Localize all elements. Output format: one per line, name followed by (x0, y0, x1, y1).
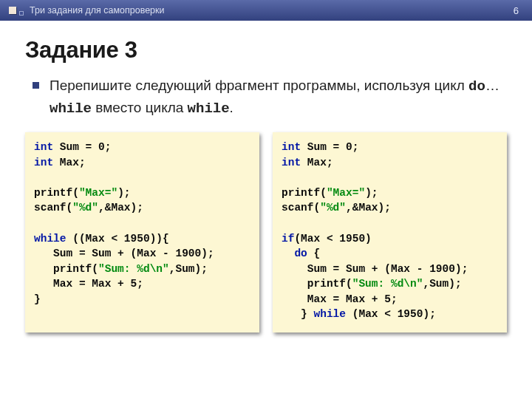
code-token: printf( (282, 278, 352, 290)
code-token: ,&Max); (346, 202, 391, 214)
code-token: "Sum: %d\n" (352, 278, 423, 290)
code-token: } (282, 308, 314, 320)
code-token: (Max < 1950) (294, 233, 371, 245)
task-text-part: Перепишите следующий фрагмент программы,… (50, 78, 468, 93)
code-token: "Max=" (79, 187, 117, 199)
code-token: scanf( (34, 202, 72, 214)
code-token: int (34, 157, 53, 168)
task-paragraph: Перепишите следующий фрагмент программы,… (33, 75, 504, 119)
code-token: ); (365, 187, 378, 199)
code-token: Sum = Sum + (Max - 1900); (282, 263, 468, 275)
code-token: scanf( (282, 202, 320, 214)
code-token: printf( (282, 187, 327, 199)
code-token: "Sum: %d\n" (98, 263, 169, 275)
code-token (282, 248, 294, 259)
code-token: ,&Max); (98, 202, 143, 214)
code-token: int (34, 141, 53, 153)
code-token: Max; (301, 157, 333, 168)
header-left: Три задания для самопроверки (9, 5, 514, 16)
bullet-icon (33, 82, 39, 89)
code-token: ,Sum); (169, 263, 208, 275)
code-token: { (307, 248, 320, 259)
code-token: do (294, 248, 307, 259)
task-text: Перепишите следующий фрагмент программы,… (50, 75, 504, 119)
page-number: 6 (514, 5, 523, 16)
code-token: Max; (53, 157, 86, 168)
slide-content: Задание 3 Перепишите следующий фрагмент … (0, 21, 532, 332)
code-token: printf( (34, 187, 79, 199)
code-token: ((Max < 1950)){ (66, 233, 169, 245)
code-token: ,Sum); (423, 278, 461, 290)
code-columns: int Sum = 0; int Max; printf("Max="); sc… (24, 132, 508, 332)
code-token: if (282, 233, 294, 245)
breadcrumb: Три задания для самопроверки (30, 5, 165, 16)
code-block-dowhile: int Sum = 0; int Max; printf("Max="); sc… (273, 132, 507, 332)
code-token: int (282, 141, 301, 153)
header-bullet-icon (9, 7, 16, 14)
code-token: "%d" (320, 202, 346, 214)
code-token: (Max < 1950); (346, 308, 436, 320)
code-token: printf( (34, 263, 98, 275)
task-keyword: while (188, 100, 230, 117)
code-token: Max = Max + 5; (34, 278, 143, 290)
task-text-part: вместо цикла (92, 100, 188, 115)
task-text-part: . (230, 100, 233, 115)
task-keyword: do (468, 78, 485, 95)
task-keyword: while (50, 100, 92, 117)
header-subbullet-icon (19, 11, 24, 16)
code-token: Sum = Sum + (Max - 1900); (34, 248, 214, 259)
code-token: while (34, 233, 66, 245)
code-token: ); (117, 187, 130, 199)
code-block-while: int Sum = 0; int Max; printf("Max="); sc… (25, 132, 259, 332)
code-token: "Max=" (327, 187, 365, 199)
header-bar: Три задания для самопроверки 6 (0, 0, 532, 21)
code-token: Sum = 0; (301, 141, 358, 153)
code-token: } (34, 293, 41, 305)
code-token: int (282, 157, 301, 168)
code-token: while (314, 308, 347, 320)
code-token: Sum = 0; (53, 141, 111, 153)
code-token: Max = Max + 5; (282, 293, 398, 305)
code-token: "%d" (72, 202, 98, 214)
task-text-part: … (485, 78, 499, 93)
page-title: Задание 3 (25, 37, 508, 64)
